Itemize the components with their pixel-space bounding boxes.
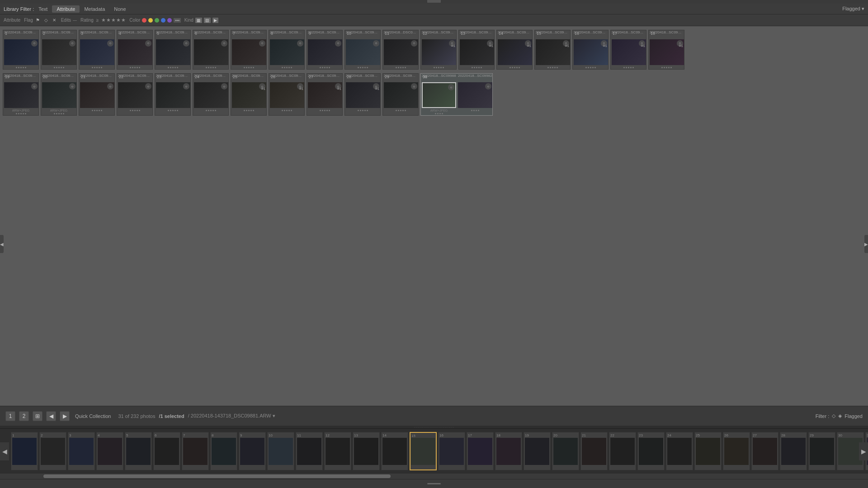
flag-unflagged-icon[interactable]: ◇ <box>43 17 49 23</box>
thumb-7[interactable]: 7 20220418...SC09699 ○ <box>231 30 267 70</box>
thumb-21[interactable]: 21 20220418...SC09988 ○ <box>79 73 115 116</box>
thumb-22[interactable]: 22 20220418...SC09822 ○ <box>117 73 153 116</box>
kind-all-icon[interactable]: ▦ <box>195 18 202 23</box>
film-thumb-1[interactable]: 1 <box>11 432 38 470</box>
film-thumb-22[interactable]: 22 <box>609 432 636 470</box>
film-thumb-12[interactable]: 12 <box>324 432 351 470</box>
thumb-18[interactable]: 18 20220418...SC09754 ○ ≡1 <box>648 30 684 70</box>
film-thumb-24[interactable]: 24 <box>666 432 693 470</box>
filename-label[interactable]: / 20220418-143718_DSC09881.ARW ▾ <box>188 413 275 419</box>
film-thumb-6[interactable]: 6 <box>153 432 180 470</box>
thumb-6[interactable]: 6 20220418...SC09685 ○ <box>193 30 229 70</box>
film-thumb-4[interactable]: 4 <box>96 432 123 470</box>
filmstrip-scrollbar[interactable] <box>0 474 868 479</box>
color-blue-dot[interactable] <box>161 18 165 23</box>
edits-value[interactable]: — <box>73 18 77 23</box>
thumb-15[interactable]: 15 20220418...SC09762 ○ ≡1 <box>534 30 571 70</box>
film-thumb-15[interactable]: 15 <box>410 432 437 470</box>
color-red-dot[interactable] <box>142 18 146 23</box>
color-green-dot[interactable] <box>155 18 159 23</box>
rating-operator[interactable]: ≥ <box>96 18 99 23</box>
flagged-filter-label[interactable]: Flagged <box>844 413 863 419</box>
thumb-12[interactable]: 12 20220418...SC09738 ○ ≡1 <box>420 30 457 70</box>
film-thumb-21[interactable]: 21 <box>580 432 608 470</box>
thumb-17[interactable]: 17 20220418...SC09759 ○ ≡1 <box>610 30 646 70</box>
filter-flag-icon-bottom[interactable]: ◇ <box>832 413 835 419</box>
film-thumb-20[interactable]: 20 <box>552 432 579 470</box>
prev-button[interactable]: ◀ <box>46 411 56 421</box>
thumb-16[interactable]: 16 20220418...SC09750 ○ ≡1 <box>572 30 609 70</box>
film-thumb-8[interactable]: 8 <box>210 432 237 470</box>
film-thumb-23[interactable]: 23 <box>637 432 665 470</box>
filter-tab-attribute[interactable]: Attribute <box>52 5 80 13</box>
thumb-8[interactable]: 8 20220418...SC09702 ○ <box>269 30 305 70</box>
thumb-11[interactable]: 11 20220418...DSC09770 ○ <box>382 30 419 70</box>
thumb-19[interactable]: 19 20220418...SC09768 ○ ARW+JPEG <box>3 73 39 116</box>
film-thumb-29[interactable]: 29 <box>808 432 835 470</box>
thumb-3[interactable]: 3 20220418...SC09661 ○ <box>79 30 115 70</box>
thumb-30-group[interactable]: 30 20220418...SC09988 ○ ARW+JPEG 31 2022… <box>420 73 493 116</box>
view-mode-1-button[interactable]: 1 <box>5 411 15 421</box>
flagged-label[interactable]: Flagged ▾ <box>842 6 864 12</box>
thumb-4[interactable]: 4 20220418...SC09669 ○ <box>117 30 153 70</box>
thumb-27[interactable]: 27 20220418...SC09885 ○ ≡1 <box>307 73 343 116</box>
film-thumb-28[interactable]: 28 <box>780 432 807 470</box>
film-thumb-11[interactable]: 11 <box>296 432 323 470</box>
filter-tab-metadata[interactable]: Metadata <box>80 5 109 13</box>
grid-view-button[interactable]: ⊞ <box>33 411 42 421</box>
film-thumb-13[interactable]: 13 <box>353 432 380 470</box>
filmstrip-nav-left[interactable]: ◀ <box>0 442 9 460</box>
kind-photo-icon[interactable]: ▧ <box>204 18 211 23</box>
thumb-14[interactable]: 14 20220418...SC09740 ○ ≡1 <box>496 30 533 70</box>
film-thumb-5[interactable]: 5 <box>125 432 152 470</box>
bottom-handle[interactable] <box>0 479 868 488</box>
next-button[interactable]: ▶ <box>60 411 70 421</box>
star-3[interactable]: ★ <box>111 17 116 23</box>
thumb-24[interactable]: 24 20220418...SC09984 ○ <box>193 73 229 116</box>
thumb-29[interactable]: 29 20220418...SC09879 ○ <box>382 73 419 116</box>
color-more-btn[interactable]: ▪▪▪ <box>174 18 181 23</box>
thumb-1[interactable]: 1 20220418...SC09655 ○ <box>3 30 39 70</box>
film-thumb-3[interactable]: 3 <box>68 432 95 470</box>
thumb-25[interactable]: 25 20220418...SC09983 ○ ≡1 <box>231 73 267 116</box>
star-2[interactable]: ★ <box>106 17 111 23</box>
thumb-28[interactable]: 28 20220418...SC09968 ○ ≡1 <box>344 73 381 116</box>
color-purple-dot[interactable] <box>167 18 172 23</box>
filmstrip-nav-right[interactable]: ▶ <box>859 442 868 460</box>
star-1[interactable]: ★ <box>101 17 106 23</box>
film-thumb-27[interactable]: 27 <box>751 432 778 470</box>
thumb-26[interactable]: 26 20220418...SC09885 ○ ≡1 <box>269 73 305 116</box>
film-thumb-9[interactable]: 9 <box>239 432 266 470</box>
film-thumb-18[interactable]: 18 <box>495 432 522 470</box>
filmstrip-scrollbar-thumb[interactable] <box>43 474 391 478</box>
star-4[interactable]: ★ <box>116 17 121 23</box>
right-panel-handle[interactable]: ▶ <box>864 235 868 253</box>
film-thumb-2[interactable]: 2 <box>39 432 66 470</box>
left-panel-handle[interactable]: ◀ <box>0 235 4 253</box>
thumb-9[interactable]: 9 20220418...SC09708 ○ <box>307 30 343 70</box>
color-yellow-dot[interactable] <box>148 18 153 23</box>
film-thumb-10[interactable]: 10 <box>267 432 294 470</box>
film-thumb-17[interactable]: 17 <box>467 432 494 470</box>
filter-flag-icon2-bottom[interactable]: ◈ <box>838 413 842 419</box>
thumb-20[interactable]: 20 20220418...SC09770 ○ ARW+JPEG <box>41 73 77 116</box>
flag-rejected-icon[interactable]: ✕ <box>51 17 57 23</box>
film-thumb-26[interactable]: 26 <box>723 432 750 470</box>
film-thumb-25[interactable]: 25 <box>694 432 722 470</box>
thumb-5[interactable]: 5 20220418...SC09677 ○ <box>155 30 191 70</box>
view-mode-2-button[interactable]: 2 <box>19 411 29 421</box>
kind-video-icon[interactable]: ▶ <box>212 18 218 23</box>
top-panel-handle[interactable] <box>427 0 441 3</box>
film-thumb-16[interactable]: 16 <box>438 432 465 470</box>
flag-picked-icon[interactable]: ⚑ <box>35 17 41 23</box>
thumb-10[interactable]: 10 20220418...SC09709 ○ <box>344 30 381 70</box>
thumb-23[interactable]: 23 20220418...SC09823 ○ <box>155 73 191 116</box>
thumb-2[interactable]: 2 20220418...SC09660 ○ <box>41 30 77 70</box>
film-thumb-19[interactable]: 19 <box>524 432 551 470</box>
thumb-13[interactable]: 13 20220418...SC09739 ○ ≡1 <box>458 30 495 70</box>
filter-tab-text[interactable]: Text <box>34 5 52 13</box>
film-thumb-14[interactable]: 14 <box>381 432 408 470</box>
filter-tab-none[interactable]: None <box>109 5 130 13</box>
star-rating[interactable]: ★ ★ ★ ★ ★ <box>101 17 126 23</box>
star-5[interactable]: ★ <box>121 17 126 23</box>
